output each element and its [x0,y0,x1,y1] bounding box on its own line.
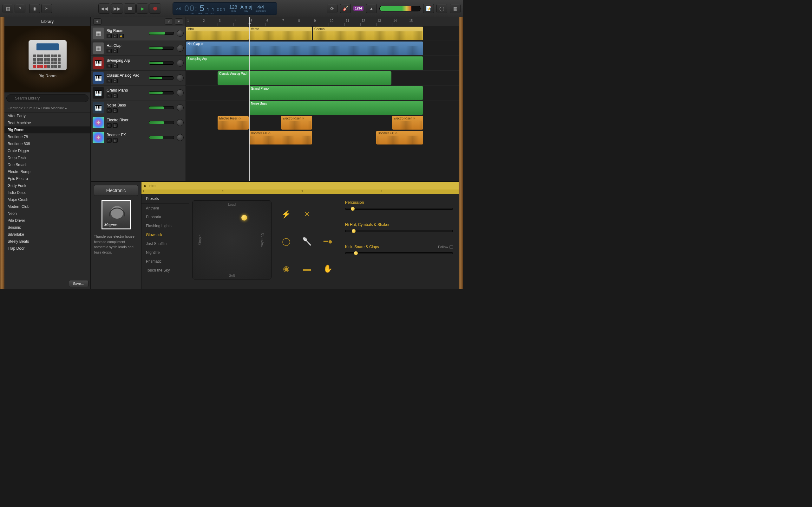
kit-kick-icon[interactable]: ◉ [283,264,290,273]
arrangement-timeline[interactable]: 123456789101112131415 IntroVerseChorusHa… [186,17,459,181]
library-item[interactable]: After Party [4,112,90,119]
add-track-button[interactable]: + [93,18,101,25]
region[interactable]: Noise Bass [249,101,423,115]
library-item[interactable]: Steely Beats [4,238,90,245]
xy-pad[interactable]: Loud Soft Simple Complex [192,200,271,279]
track-header[interactable]: 🎹 Sweeping Arp ◇ 🎧 [91,56,186,71]
count-in-button[interactable]: 1234 [353,6,363,11]
preset-item[interactable]: Just Shufflin [142,239,189,248]
follow-checkbox[interactable]: Follow [438,245,453,249]
mute-button[interactable]: ◇ [107,94,112,98]
kit-bolt-icon[interactable]: ⚡ [281,210,291,219]
complexity-slider[interactable] [345,230,453,232]
library-item[interactable]: Neon [4,210,90,217]
xy-dot[interactable] [241,215,247,221]
timeline-row[interactable]: Sweeping Arp [186,56,459,71]
mute-button[interactable]: ◇ [107,123,112,128]
library-item[interactable]: Major Crush [4,196,90,203]
library-item[interactable]: Dub Smash [4,161,90,168]
region[interactable]: Electro Riser⟳ [392,116,423,130]
kit-tambourine-icon[interactable]: ◯ [282,237,291,246]
track-filter-button[interactable]: ▼ [175,18,183,25]
solo-button[interactable]: 🎧 [113,78,118,83]
lcd-bpm[interactable]: 128 [229,4,237,9]
master-volume[interactable] [379,6,420,11]
track-pan-knob[interactable] [177,45,184,52]
library-item[interactable]: Deep Tech [4,154,90,161]
track-pan-knob[interactable] [177,134,184,141]
preset-item[interactable]: Nightlife [142,248,189,257]
drummer-category-button[interactable]: Electronic [94,185,138,196]
kit-clap-icon[interactable]: ✋ [323,264,333,273]
track-volume-slider[interactable] [149,32,174,35]
play-button[interactable]: ▶ [136,3,148,14]
metronome-button[interactable]: ▲ [366,4,377,13]
search-input[interactable] [6,95,89,102]
library-item[interactable]: Seismic [4,224,90,231]
lcd-key[interactable]: A maj [241,4,252,9]
smart-controls-button[interactable]: ◉ [29,4,40,13]
solo-button[interactable]: 🎧 [113,49,118,53]
mute-button[interactable]: ◇ [107,64,112,68]
track-volume-slider[interactable] [149,76,174,79]
region[interactable]: Verse [249,26,312,40]
kit-sticks-icon[interactable]: ✕ [304,210,310,219]
preset-item[interactable]: Prismatic [142,257,189,266]
solo-button[interactable]: 🎧 [113,108,118,113]
region[interactable]: Chorus [313,26,423,40]
complexity-slider[interactable] [345,252,453,254]
library-item[interactable]: Boutique 808 [4,140,90,147]
timeline-row[interactable]: Classic Analog Pad [186,71,459,86]
region[interactable]: Boomer FX⟳ [249,131,312,145]
kit-cymbal-icon[interactable]: ━● [323,237,333,246]
timeline-row[interactable]: Hat Clap⟳ [186,41,459,56]
region[interactable]: Intro [186,26,249,40]
solo-button[interactable]: 🎧 [113,138,118,143]
stop-button[interactable] [124,3,136,14]
region[interactable]: Electro Riser⟳ [217,116,249,130]
cycle-button[interactable]: ⟳ [327,4,338,13]
library-item[interactable]: Beat Machine [4,119,90,126]
complexity-slider[interactable] [345,208,453,210]
library-item[interactable]: Boutique 78 [4,133,90,140]
library-item[interactable]: Gritty Funk [4,182,90,189]
region[interactable]: Electro Riser⟳ [281,116,312,130]
timeline-row[interactable]: Noise Bass [186,101,459,115]
preset-item[interactable]: Anthem [142,204,189,213]
editors-button[interactable]: ✂ [41,4,52,13]
bar-ruler[interactable]: 123456789101112131415 [186,17,459,26]
kit-snare-icon[interactable]: ▬ [303,264,311,273]
lock-button[interactable]: 🔒 [119,34,124,38]
track-header[interactable]: 🎹 Classic Analog Pad ◇ 🎧 [91,71,186,86]
library-item[interactable]: Modern Club [4,203,90,210]
rewind-button[interactable]: ◀◀ [98,3,110,14]
track-pan-knob[interactable] [177,30,184,37]
track-header[interactable]: ▦ Hat Clap ◇ 🎧 [91,41,186,56]
library-toggle-button[interactable]: ▤ [3,4,13,13]
mute-button[interactable]: ◇ [107,138,112,143]
solo-button[interactable]: 🎧 [113,94,118,98]
record-button[interactable] [149,3,161,14]
track-pan-knob[interactable] [177,104,184,111]
region[interactable]: Boomer FX⟳ [376,131,423,145]
track-header[interactable]: 🎹 Noise Bass ◇ 🎧 [91,101,186,115]
track-pan-knob[interactable] [177,119,184,126]
lcd-timesig[interactable]: 4/4 [257,4,264,9]
track-pan-knob[interactable] [177,74,184,81]
track-header[interactable]: ✦ Electro Riser ◇ 🎧 [91,115,186,130]
timeline-row[interactable]: Grand Piano [186,86,459,101]
track-header[interactable]: ▦ Big Room ◇ 🎧 🔒 [91,26,186,41]
solo-button[interactable]: 🎧 [113,123,118,128]
region[interactable]: Sweeping Arp [186,56,423,70]
save-button[interactable]: Save… [69,280,89,287]
track-volume-slider[interactable] [149,121,174,124]
mute-button[interactable]: ◇ [107,34,112,38]
editor-ruler[interactable]: 1234 [142,189,459,194]
media-browser-button[interactable]: ▦ [450,4,461,13]
track-volume-slider[interactable] [149,47,174,50]
kit-shaker-icon[interactable]: 🥄 [302,237,312,246]
editor-region-bar[interactable]: ▶ Intro [142,182,459,189]
mute-button[interactable]: ◇ [107,108,112,113]
library-item[interactable]: Electro Bump [4,168,90,175]
track-volume-slider[interactable] [149,136,174,139]
